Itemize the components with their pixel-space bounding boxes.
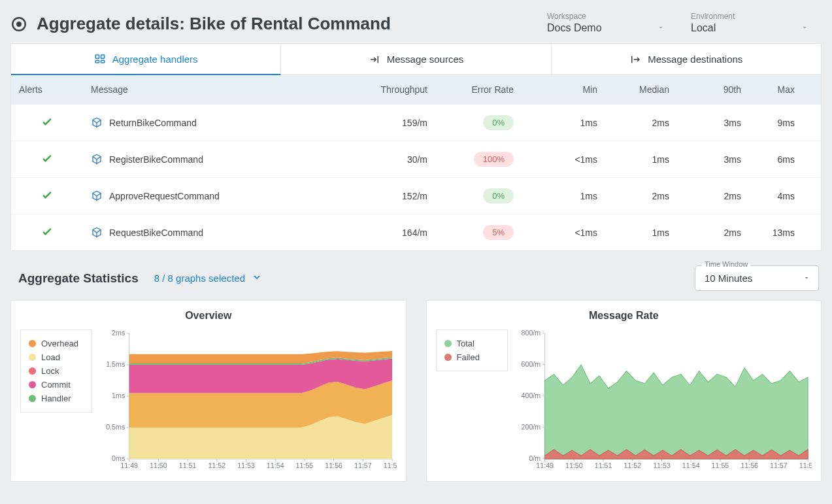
min-cell: <1ms	[540, 214, 605, 251]
message-rate-plot[interactable]: 0/m200/m400/m600/m800/m11:4911:5011:5111…	[518, 329, 812, 473]
table-row[interactable]: RegisterBikeCommand30/m100%<1ms1ms3ms6ms	[11, 141, 821, 178]
graphs-selected-label: 8 / 8 graphs selected	[154, 273, 245, 284]
legend-item[interactable]: Load	[29, 350, 84, 364]
message-name: RequestBikeCommand	[109, 227, 203, 238]
legend-item[interactable]: Handler	[29, 392, 84, 405]
overview-chart-title: Overview	[20, 310, 397, 322]
median-cell: 1ms	[605, 214, 677, 251]
caret-down-icon	[803, 273, 810, 284]
time-window-value: 10 Minutes	[705, 273, 752, 284]
col-message[interactable]: Message	[83, 75, 344, 105]
svg-text:11:57: 11:57	[354, 462, 372, 469]
median-cell: 1ms	[605, 141, 677, 178]
col-error-rate[interactable]: Error Rate	[435, 75, 540, 105]
workspace-selector[interactable]: Workspace Docs Demo	[547, 12, 665, 34]
sources-icon	[369, 54, 380, 65]
svg-text:0.5ms: 0.5ms	[106, 424, 125, 431]
time-window-label: Time Window	[702, 260, 750, 268]
throughput-cell: 159/m	[344, 105, 435, 141]
svg-point-1	[17, 22, 20, 25]
min-cell: 1ms	[540, 178, 605, 214]
tab-message-destinations[interactable]: Message destinations	[552, 44, 821, 75]
svg-text:11:54: 11:54	[267, 462, 284, 469]
table-row[interactable]: RequestBikeCommand164/m5%<1ms1ms2ms13ms	[11, 214, 821, 251]
svg-text:11:56: 11:56	[325, 462, 342, 469]
caret-down-icon	[801, 22, 808, 34]
legend-item[interactable]: Lock	[29, 364, 84, 378]
svg-text:11:49: 11:49	[120, 462, 138, 469]
svg-rect-2	[95, 55, 99, 58]
p90-cell: 3ms	[677, 105, 749, 141]
svg-text:1.5ms: 1.5ms	[106, 361, 125, 368]
svg-text:11:50: 11:50	[150, 462, 167, 469]
svg-text:11:53: 11:53	[237, 462, 255, 469]
legend-dot	[444, 340, 452, 347]
destinations-icon	[629, 54, 641, 65]
svg-rect-3	[101, 55, 104, 58]
tab-message-sources[interactable]: Message sources	[281, 44, 551, 75]
legend-label: Overhead	[41, 339, 78, 348]
time-window-select[interactable]: Time Window 10 Minutes	[695, 265, 819, 291]
message-rate-chart-card: Message Rate TotalFailed 0/m200/m400/m60…	[426, 300, 822, 482]
svg-text:200/m: 200/m	[521, 424, 541, 431]
legend-dot	[29, 367, 36, 375]
legend-label: Lock	[41, 366, 59, 376]
handlers-icon	[94, 53, 106, 65]
svg-text:2ms: 2ms	[112, 329, 125, 337]
workspace-value: Docs Demo	[547, 22, 602, 34]
throughput-cell: 164/m	[344, 214, 435, 251]
table-row[interactable]: ApproveRequestCommand152/m0%1ms2ms2ms4ms	[11, 178, 821, 214]
cube-icon	[91, 190, 103, 202]
check-icon	[41, 156, 54, 167]
median-cell: 2ms	[605, 178, 677, 214]
workspace-label: Workspace	[547, 12, 665, 21]
legend-label: Load	[41, 352, 60, 362]
col-90th[interactable]: 90th	[677, 75, 749, 105]
tab-aggregate-handlers[interactable]: Aggregate handlers	[11, 44, 281, 75]
legend-item[interactable]: Commit	[29, 378, 84, 392]
col-median[interactable]: Median	[605, 75, 677, 105]
graphs-selected-toggle[interactable]: 8 / 8 graphs selected	[154, 272, 262, 284]
error-rate-badge: 100%	[474, 152, 514, 167]
svg-text:11:50: 11:50	[565, 462, 583, 469]
min-cell: 1ms	[540, 105, 605, 141]
stats-title: Aggregate Statistics	[18, 271, 139, 286]
legend-item[interactable]: Overhead	[29, 337, 84, 350]
col-max[interactable]: Max	[749, 75, 821, 105]
svg-text:1ms: 1ms	[112, 392, 125, 399]
table-row[interactable]: ReturnBikeCommand159/m0%1ms2ms3ms9ms	[11, 105, 821, 141]
legend-item[interactable]: Total	[444, 337, 499, 350]
tab-label: Aggregate handlers	[112, 54, 198, 65]
svg-text:0ms: 0ms	[112, 455, 125, 462]
p90-cell: 2ms	[677, 214, 749, 251]
svg-text:600/m: 600/m	[521, 361, 541, 368]
environment-value: Local	[691, 22, 716, 34]
p90-cell: 3ms	[677, 141, 749, 178]
col-alerts[interactable]: Alerts	[11, 75, 83, 105]
error-rate-badge: 0%	[483, 188, 514, 203]
message-rate-legend: TotalFailed	[436, 329, 508, 371]
legend-label: Commit	[41, 380, 71, 390]
col-min[interactable]: Min	[540, 75, 605, 105]
throughput-cell: 30/m	[344, 141, 435, 178]
message-name: RegisterBikeCommand	[109, 154, 203, 165]
legend-item[interactable]: Failed	[444, 350, 499, 364]
p90-cell: 2ms	[677, 178, 749, 214]
cube-icon	[91, 117, 103, 129]
svg-text:11:57: 11:57	[769, 462, 787, 469]
check-icon	[41, 120, 54, 130]
col-throughput[interactable]: Throughput	[344, 75, 435, 105]
max-cell: 6ms	[749, 141, 821, 178]
svg-text:11:58: 11:58	[799, 462, 812, 469]
environment-selector[interactable]: Environment Local	[691, 12, 808, 34]
legend-label: Failed	[457, 352, 480, 362]
overview-plot[interactable]: 0ms0.5ms1ms1.5ms2ms11:4911:5011:5111:521…	[103, 329, 397, 473]
svg-text:11:58: 11:58	[384, 462, 397, 469]
svg-text:800/m: 800/m	[521, 329, 541, 337]
svg-text:400/m: 400/m	[521, 392, 541, 399]
svg-text:11:56: 11:56	[740, 462, 758, 469]
legend-dot	[29, 340, 36, 347]
median-cell: 2ms	[605, 105, 677, 141]
overview-chart-card: Overview OverheadLoadLockCommitHandler 0…	[10, 300, 407, 482]
svg-text:0/m: 0/m	[529, 455, 541, 462]
